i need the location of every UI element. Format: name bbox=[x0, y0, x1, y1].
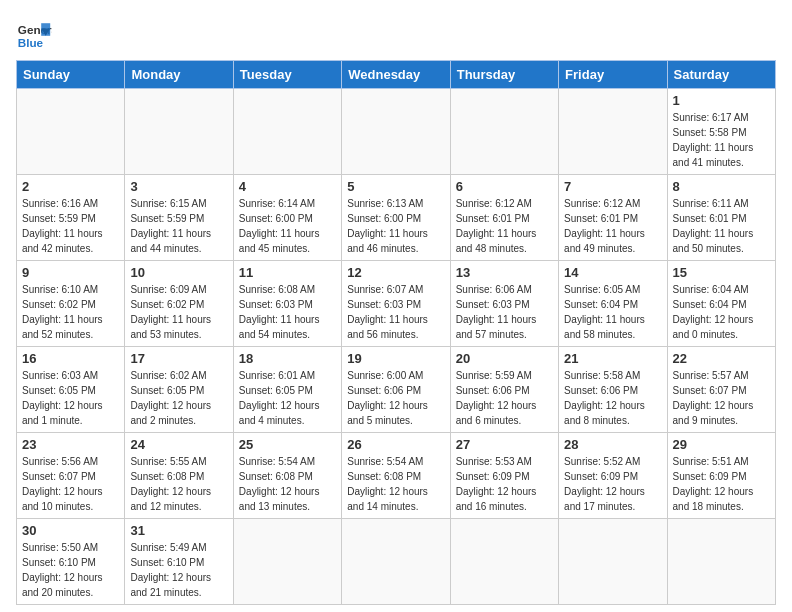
day-number: 25 bbox=[239, 437, 336, 452]
day-info: Sunrise: 6:11 AM Sunset: 6:01 PM Dayligh… bbox=[673, 196, 770, 256]
calendar-cell: 2Sunrise: 6:16 AM Sunset: 5:59 PM Daylig… bbox=[17, 175, 125, 261]
calendar-cell: 15Sunrise: 6:04 AM Sunset: 6:04 PM Dayli… bbox=[667, 261, 775, 347]
calendar-cell: 22Sunrise: 5:57 AM Sunset: 6:07 PM Dayli… bbox=[667, 347, 775, 433]
weekday-header-monday: Monday bbox=[125, 61, 233, 89]
calendar-cell: 10Sunrise: 6:09 AM Sunset: 6:02 PM Dayli… bbox=[125, 261, 233, 347]
calendar-cell bbox=[450, 519, 558, 605]
calendar-cell: 24Sunrise: 5:55 AM Sunset: 6:08 PM Dayli… bbox=[125, 433, 233, 519]
logo: General Blue bbox=[16, 16, 58, 52]
calendar-cell bbox=[559, 89, 667, 175]
day-info: Sunrise: 6:15 AM Sunset: 5:59 PM Dayligh… bbox=[130, 196, 227, 256]
calendar-cell bbox=[17, 89, 125, 175]
calendar-cell bbox=[450, 89, 558, 175]
day-info: Sunrise: 5:54 AM Sunset: 6:08 PM Dayligh… bbox=[239, 454, 336, 514]
day-info: Sunrise: 5:52 AM Sunset: 6:09 PM Dayligh… bbox=[564, 454, 661, 514]
day-info: Sunrise: 6:01 AM Sunset: 6:05 PM Dayligh… bbox=[239, 368, 336, 428]
calendar-header-row: SundayMondayTuesdayWednesdayThursdayFrid… bbox=[17, 61, 776, 89]
calendar-cell: 28Sunrise: 5:52 AM Sunset: 6:09 PM Dayli… bbox=[559, 433, 667, 519]
calendar-cell: 25Sunrise: 5:54 AM Sunset: 6:08 PM Dayli… bbox=[233, 433, 341, 519]
weekday-header-tuesday: Tuesday bbox=[233, 61, 341, 89]
weekday-header-wednesday: Wednesday bbox=[342, 61, 450, 89]
day-number: 6 bbox=[456, 179, 553, 194]
day-number: 31 bbox=[130, 523, 227, 538]
calendar-cell: 17Sunrise: 6:02 AM Sunset: 6:05 PM Dayli… bbox=[125, 347, 233, 433]
day-number: 7 bbox=[564, 179, 661, 194]
calendar-week-4: 23Sunrise: 5:56 AM Sunset: 6:07 PM Dayli… bbox=[17, 433, 776, 519]
calendar-cell: 11Sunrise: 6:08 AM Sunset: 6:03 PM Dayli… bbox=[233, 261, 341, 347]
day-number: 11 bbox=[239, 265, 336, 280]
calendar-cell: 19Sunrise: 6:00 AM Sunset: 6:06 PM Dayli… bbox=[342, 347, 450, 433]
day-info: Sunrise: 5:50 AM Sunset: 6:10 PM Dayligh… bbox=[22, 540, 119, 600]
calendar-cell: 8Sunrise: 6:11 AM Sunset: 6:01 PM Daylig… bbox=[667, 175, 775, 261]
day-info: Sunrise: 5:58 AM Sunset: 6:06 PM Dayligh… bbox=[564, 368, 661, 428]
day-info: Sunrise: 5:55 AM Sunset: 6:08 PM Dayligh… bbox=[130, 454, 227, 514]
calendar-cell: 16Sunrise: 6:03 AM Sunset: 6:05 PM Dayli… bbox=[17, 347, 125, 433]
calendar-cell: 4Sunrise: 6:14 AM Sunset: 6:00 PM Daylig… bbox=[233, 175, 341, 261]
day-number: 19 bbox=[347, 351, 444, 366]
day-info: Sunrise: 6:02 AM Sunset: 6:05 PM Dayligh… bbox=[130, 368, 227, 428]
calendar-cell: 23Sunrise: 5:56 AM Sunset: 6:07 PM Dayli… bbox=[17, 433, 125, 519]
day-number: 10 bbox=[130, 265, 227, 280]
day-number: 12 bbox=[347, 265, 444, 280]
day-info: Sunrise: 5:53 AM Sunset: 6:09 PM Dayligh… bbox=[456, 454, 553, 514]
calendar-cell bbox=[233, 519, 341, 605]
calendar-cell: 20Sunrise: 5:59 AM Sunset: 6:06 PM Dayli… bbox=[450, 347, 558, 433]
day-info: Sunrise: 6:13 AM Sunset: 6:00 PM Dayligh… bbox=[347, 196, 444, 256]
day-info: Sunrise: 6:05 AM Sunset: 6:04 PM Dayligh… bbox=[564, 282, 661, 342]
day-number: 16 bbox=[22, 351, 119, 366]
day-info: Sunrise: 5:57 AM Sunset: 6:07 PM Dayligh… bbox=[673, 368, 770, 428]
day-info: Sunrise: 5:59 AM Sunset: 6:06 PM Dayligh… bbox=[456, 368, 553, 428]
day-info: Sunrise: 6:04 AM Sunset: 6:04 PM Dayligh… bbox=[673, 282, 770, 342]
day-number: 8 bbox=[673, 179, 770, 194]
calendar-cell: 26Sunrise: 5:54 AM Sunset: 6:08 PM Dayli… bbox=[342, 433, 450, 519]
day-info: Sunrise: 5:49 AM Sunset: 6:10 PM Dayligh… bbox=[130, 540, 227, 600]
day-info: Sunrise: 6:16 AM Sunset: 5:59 PM Dayligh… bbox=[22, 196, 119, 256]
calendar-cell: 14Sunrise: 6:05 AM Sunset: 6:04 PM Dayli… bbox=[559, 261, 667, 347]
day-number: 30 bbox=[22, 523, 119, 538]
day-info: Sunrise: 6:12 AM Sunset: 6:01 PM Dayligh… bbox=[564, 196, 661, 256]
day-number: 26 bbox=[347, 437, 444, 452]
calendar-cell: 13Sunrise: 6:06 AM Sunset: 6:03 PM Dayli… bbox=[450, 261, 558, 347]
day-number: 4 bbox=[239, 179, 336, 194]
day-number: 24 bbox=[130, 437, 227, 452]
calendar-week-0: 1Sunrise: 6:17 AM Sunset: 5:58 PM Daylig… bbox=[17, 89, 776, 175]
day-number: 9 bbox=[22, 265, 119, 280]
calendar-cell: 18Sunrise: 6:01 AM Sunset: 6:05 PM Dayli… bbox=[233, 347, 341, 433]
day-number: 23 bbox=[22, 437, 119, 452]
day-number: 22 bbox=[673, 351, 770, 366]
calendar-table: SundayMondayTuesdayWednesdayThursdayFrid… bbox=[16, 60, 776, 605]
calendar-cell bbox=[559, 519, 667, 605]
day-info: Sunrise: 6:10 AM Sunset: 6:02 PM Dayligh… bbox=[22, 282, 119, 342]
calendar-cell: 6Sunrise: 6:12 AM Sunset: 6:01 PM Daylig… bbox=[450, 175, 558, 261]
day-number: 2 bbox=[22, 179, 119, 194]
day-info: Sunrise: 5:54 AM Sunset: 6:08 PM Dayligh… bbox=[347, 454, 444, 514]
calendar-cell bbox=[667, 519, 775, 605]
calendar-cell: 27Sunrise: 5:53 AM Sunset: 6:09 PM Dayli… bbox=[450, 433, 558, 519]
day-number: 29 bbox=[673, 437, 770, 452]
day-number: 21 bbox=[564, 351, 661, 366]
calendar-cell bbox=[342, 519, 450, 605]
day-info: Sunrise: 6:00 AM Sunset: 6:06 PM Dayligh… bbox=[347, 368, 444, 428]
day-info: Sunrise: 6:12 AM Sunset: 6:01 PM Dayligh… bbox=[456, 196, 553, 256]
calendar-week-5: 30Sunrise: 5:50 AM Sunset: 6:10 PM Dayli… bbox=[17, 519, 776, 605]
day-number: 5 bbox=[347, 179, 444, 194]
calendar-cell: 5Sunrise: 6:13 AM Sunset: 6:00 PM Daylig… bbox=[342, 175, 450, 261]
day-info: Sunrise: 6:09 AM Sunset: 6:02 PM Dayligh… bbox=[130, 282, 227, 342]
calendar-cell bbox=[342, 89, 450, 175]
calendar-cell: 30Sunrise: 5:50 AM Sunset: 6:10 PM Dayli… bbox=[17, 519, 125, 605]
day-number: 14 bbox=[564, 265, 661, 280]
calendar-cell: 31Sunrise: 5:49 AM Sunset: 6:10 PM Dayli… bbox=[125, 519, 233, 605]
calendar-week-1: 2Sunrise: 6:16 AM Sunset: 5:59 PM Daylig… bbox=[17, 175, 776, 261]
day-info: Sunrise: 6:06 AM Sunset: 6:03 PM Dayligh… bbox=[456, 282, 553, 342]
day-info: Sunrise: 6:08 AM Sunset: 6:03 PM Dayligh… bbox=[239, 282, 336, 342]
day-info: Sunrise: 6:07 AM Sunset: 6:03 PM Dayligh… bbox=[347, 282, 444, 342]
calendar-cell: 1Sunrise: 6:17 AM Sunset: 5:58 PM Daylig… bbox=[667, 89, 775, 175]
day-number: 13 bbox=[456, 265, 553, 280]
svg-text:Blue: Blue bbox=[18, 36, 44, 49]
day-info: Sunrise: 5:51 AM Sunset: 6:09 PM Dayligh… bbox=[673, 454, 770, 514]
calendar-cell bbox=[125, 89, 233, 175]
weekday-header-saturday: Saturday bbox=[667, 61, 775, 89]
calendar-week-2: 9Sunrise: 6:10 AM Sunset: 6:02 PM Daylig… bbox=[17, 261, 776, 347]
day-number: 18 bbox=[239, 351, 336, 366]
weekday-header-thursday: Thursday bbox=[450, 61, 558, 89]
